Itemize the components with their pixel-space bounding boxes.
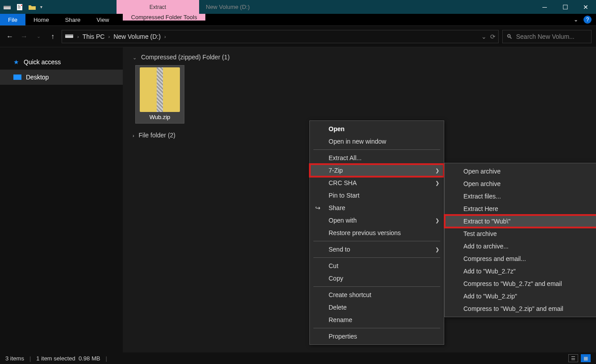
statusbar: 3 items | 1 item selected 0.98 MB | ☰ ▦ [0, 352, 596, 364]
minimize-button[interactable]: ─ [534, 0, 555, 14]
drive-icon [65, 33, 74, 40]
breadcrumb-this-pc[interactable]: This PC [83, 33, 105, 40]
breadcrumb-volume[interactable]: New Volume (D:) [113, 33, 161, 40]
menu-item-label: Compress and email... [463, 255, 526, 262]
ribbon-tab-compressed-tools[interactable]: Compressed Folder Tools [123, 14, 205, 21]
recent-locations-icon[interactable]: ⌄ [33, 31, 44, 42]
file-item-wub-zip[interactable]: Wub.zip [135, 65, 184, 124]
ctx-item-share[interactable]: ↪Share [310, 202, 444, 214]
sub-item-compress-to-wub-2-zip-and-email[interactable]: Compress to "Wub_2.zip" and email [445, 302, 596, 315]
menu-item-label: Open [329, 125, 345, 132]
desktop-icon [13, 74, 21, 80]
sub-item-add-to-wub-2-7z[interactable]: Add to "Wub_2.7z" [445, 265, 596, 277]
sub-item-open-archive[interactable]: Open archive [445, 165, 596, 178]
ctx-item-crc-sha[interactable]: CRC SHA❯ [310, 177, 444, 189]
chevron-right-icon[interactable]: › [77, 34, 79, 39]
address-dropdown-icon[interactable]: ⌄ [481, 33, 487, 40]
ribbon: File Home Share View Compressed Folder T… [0, 14, 596, 26]
chevron-right-icon: ❯ [435, 168, 439, 174]
ctx-item-open-in-new-window[interactable]: Open in new window [310, 135, 444, 148]
group-header-zip[interactable]: ⌄ Compressed (zipped) Folder (1) [129, 54, 590, 61]
ctx-item-send-to[interactable]: Send to❯ [310, 243, 444, 256]
status-item-count: 3 items [5, 355, 24, 362]
search-input[interactable]: 🔍︎ Search New Volum... [502, 30, 592, 43]
ctx-item-properties[interactable]: Properties [310, 330, 444, 343]
menu-item-label: Extract Here [463, 205, 498, 212]
ctx-item-delete[interactable]: Delete [310, 301, 444, 314]
menu-item-label: Restore previous versions [329, 229, 401, 236]
ctx-item-pin-to-start[interactable]: Pin to Start [310, 189, 444, 202]
sidebar-item-label: Desktop [26, 74, 49, 81]
context-separator [313, 149, 440, 150]
ctx-item-create-shortcut[interactable]: Create shortcut [310, 289, 444, 301]
ribbon-file-tab[interactable]: File [0, 14, 25, 25]
zip-folder-icon [140, 67, 180, 112]
menu-item-label: Add to "Wub_2.zip" [463, 293, 517, 300]
context-separator [313, 286, 440, 287]
help-icon[interactable]: ? [583, 16, 592, 24]
chevron-right-icon[interactable]: › [108, 34, 110, 39]
back-button[interactable]: ← [4, 31, 15, 42]
refresh-icon[interactable]: ⟳ [490, 33, 496, 40]
qat-dropdown-icon[interactable]: ▾ [40, 4, 42, 9]
contextual-tab-extract[interactable]: Extract [117, 0, 199, 14]
ctx-item-extract-all[interactable]: Extract All... [310, 152, 444, 164]
context-separator [313, 257, 440, 258]
ribbon-expand-icon[interactable]: ⌄ [574, 17, 578, 23]
ribbon-tab-share[interactable]: Share [57, 14, 89, 25]
context-separator [313, 241, 440, 241]
up-button[interactable]: ↑ [47, 31, 58, 42]
ctx-item-copy[interactable]: Copy [310, 272, 444, 285]
submenu-7zip: Open archiveOpen archive❯Extract files..… [444, 163, 596, 317]
chevron-right-icon: ❯ [435, 218, 439, 223]
sidebar-item-label: Quick access [24, 58, 61, 66]
forward-button[interactable]: → [19, 31, 29, 42]
search-placeholder: Search New Volum... [516, 33, 575, 40]
ribbon-tab-home[interactable]: Home [25, 14, 57, 25]
menu-item-label: Create shortcut [329, 291, 371, 298]
sidebar-item-desktop[interactable]: Desktop [0, 70, 123, 85]
sub-item-compress-to-wub-2-7z-and-email[interactable]: Compress to "Wub_2.7z" and email [445, 277, 596, 290]
ctx-item-rename[interactable]: Rename [310, 314, 444, 326]
ribbon-tab-view[interactable]: View [88, 14, 117, 25]
sub-item-test-archive[interactable]: Test archive [445, 228, 596, 240]
sub-item-compress-and-email[interactable]: Compress and email... [445, 252, 596, 265]
maximize-button[interactable]: ☐ [555, 0, 575, 14]
menu-item-label: Open in new window [329, 138, 386, 145]
menu-item-label: Open with [329, 217, 357, 224]
context-menu: OpenOpen in new windowExtract All...7-Zi… [309, 120, 444, 345]
ctx-item-restore-previous-versions[interactable]: Restore previous versions [310, 227, 444, 239]
properties-icon[interactable] [15, 3, 24, 12]
content-pane[interactable]: ⌄ Compressed (zipped) Folder (1) Wub.zip… [123, 47, 596, 352]
sub-item-extract-to-wub[interactable]: Extract to "Wub\" [445, 215, 596, 228]
titlebar: ▾ Extract New Volume (D:) ─ ☐ ✕ [0, 0, 596, 14]
menu-item-label: Add to archive... [463, 243, 508, 250]
sub-item-open-archive[interactable]: Open archive❯ [445, 178, 596, 190]
chevron-right-icon: ❯ [435, 180, 439, 186]
sidebar-item-quick-access[interactable]: ★ Quick access [0, 54, 123, 70]
address-bar[interactable]: › This PC › New Volume (D:) › ⌄ ⟳ [62, 30, 499, 43]
close-button[interactable]: ✕ [575, 0, 596, 14]
menu-item-label: 7-Zip [329, 167, 343, 174]
ctx-item-cut[interactable]: Cut [310, 260, 444, 272]
tool-tab-label: Extract [150, 4, 166, 10]
sub-item-extract-here[interactable]: Extract Here [445, 203, 596, 215]
chevron-right-icon[interactable]: › [164, 34, 166, 39]
svg-rect-1 [4, 6, 11, 7]
sub-item-extract-files[interactable]: Extract files... [445, 190, 596, 203]
ctx-item-open-with[interactable]: Open with❯ [310, 214, 444, 227]
menu-item-label: CRC SHA [329, 179, 357, 186]
menu-item-label: Compress to "Wub_2.zip" and email [463, 305, 563, 312]
large-icons-view-button[interactable]: ▦ [581, 354, 591, 362]
ctx-item-7-zip[interactable]: 7-Zip❯ [310, 164, 444, 177]
new-folder-icon[interactable] [28, 3, 37, 12]
menu-item-label: Send to [329, 246, 350, 253]
search-icon: 🔍︎ [506, 33, 513, 40]
sub-item-add-to-wub-2-zip[interactable]: Add to "Wub_2.zip" [445, 290, 596, 302]
sub-item-add-to-archive[interactable]: Add to archive... [445, 240, 596, 252]
menu-item-label: Properties [329, 333, 357, 340]
ctx-item-open[interactable]: Open [310, 123, 444, 135]
details-view-button[interactable]: ☰ [568, 354, 578, 362]
window-title: New Volume (D:) [199, 0, 534, 14]
menu-item-label: Compress to "Wub_2.7z" and email [463, 280, 562, 287]
